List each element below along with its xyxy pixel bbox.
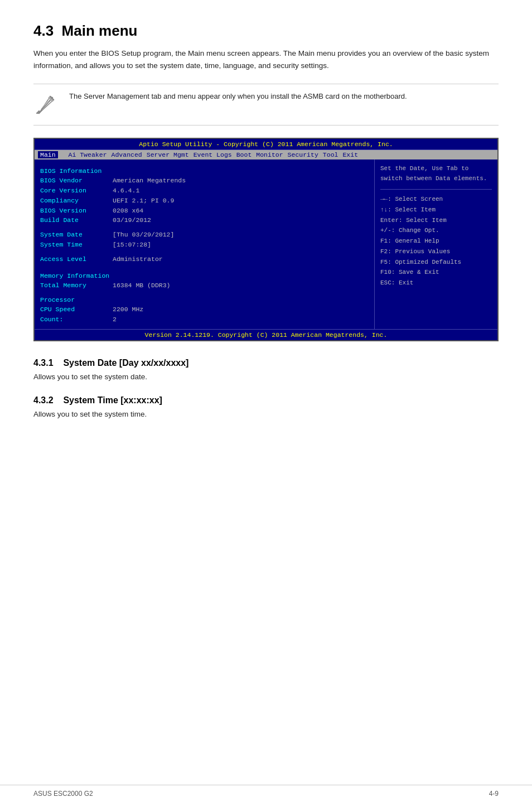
bios-label-cpuspeed: CPU Speed (40, 305, 113, 315)
bios-menu-monitor[interactable]: Monitor (254, 151, 285, 158)
subsection-431-title: 4.3.1 System Date [Day xx/xx/xxxx] (33, 358, 499, 368)
bios-help-text: Set the Date, Use Tab toswitch between D… (380, 164, 492, 183)
bios-info-header: BIOS Information (40, 167, 369, 175)
bios-value-builddate: 03/19/2012 (113, 215, 151, 225)
bios-value-cpuspeed: 2200 MHz (113, 305, 143, 315)
bios-value-sysdate: [Thu 03/29/2012] (113, 230, 174, 240)
footer-right: 4-9 (489, 790, 499, 798)
bios-row-totalmem: Total Memory 16384 MB (DDR3) (40, 281, 369, 291)
bios-titlebar: Aptio Setup Utility - Copyright (C) 2011… (35, 139, 497, 150)
bios-key-f2: F2: Previous Values (380, 247, 492, 257)
subsection-432-desc: Allows you to set the system time. (33, 410, 499, 418)
bios-menu-advanced[interactable]: Advanced (109, 151, 144, 158)
bios-menubar: Main Ai Tweaker Advanced Server Mgmt Eve… (35, 150, 497, 160)
bios-value-compliancy: UEFI 2.1; PI 0.9 (113, 196, 174, 206)
footer-left: ASUS ESC2000 G2 (33, 790, 93, 798)
bios-label-biosversion: BIOS Version (40, 206, 113, 216)
bios-row-coreversion: Core Version 4.6.4.1 (40, 186, 369, 196)
bios-menu-tool[interactable]: Tool (321, 151, 341, 158)
bios-label-processor: Processor (40, 295, 113, 305)
subsection-431-title-text: System Date [Day xx/xx/xxxx] (63, 358, 188, 368)
bios-menu-boot[interactable]: Boot (234, 151, 254, 158)
bios-key-f1: F1: General Help (380, 236, 492, 247)
bios-help-separator (380, 189, 492, 190)
section-title-text: Main menu (62, 22, 138, 39)
bios-row-systime: System Time [15:07:28] (40, 240, 369, 250)
bios-key-plusminus: +/-: Change Opt. (380, 225, 492, 236)
section-number: 4.3 (33, 22, 54, 39)
bios-row-vendor: BIOS Vendor American Megatrends (40, 176, 369, 186)
bios-label-vendor: BIOS Vendor (40, 176, 113, 186)
subsection-431-desc: Allows you to set the system date. (33, 373, 499, 381)
bios-label-totalmem: Total Memory (40, 281, 113, 291)
subsection-432-number: 4.3.2 (33, 395, 54, 405)
bios-value-access: Administrator (113, 254, 163, 264)
bios-row-count: Count: 2 (40, 315, 369, 325)
bios-key-f5: F5: Optimized Defaults (380, 257, 492, 268)
bios-row-sysdate: System Date [Thu 03/29/2012] (40, 230, 369, 240)
bios-value-count: 2 (113, 315, 117, 325)
bios-menu-server[interactable]: Server Mgmt (144, 151, 191, 158)
bios-mem-header: Memory Information (40, 272, 369, 279)
bios-footer: Version 2.14.1219. Copyright (C) 2011 Am… (35, 329, 497, 340)
bios-label-count: Count: (40, 315, 113, 325)
bios-value-systime: [15:07:28] (113, 240, 151, 250)
bios-menu-aitweaker[interactable]: Ai Tweaker (66, 151, 109, 158)
bios-body: BIOS Information BIOS Vendor American Me… (35, 160, 497, 329)
bios-help-keys: →←: Select Screen ↑↓: Select Item Enter:… (380, 194, 492, 288)
bios-row-compliancy: Compliancy UEFI 2.1; PI 0.9 (40, 196, 369, 206)
note-icon (33, 92, 60, 118)
bios-key-esc: ESC: Exit (380, 278, 492, 288)
bios-label-systime: System Time (40, 240, 113, 250)
bios-key-f10: F10: Save & Exit (380, 267, 492, 278)
bios-value-coreversion: 4.6.4.1 (113, 186, 139, 196)
note-box: The Server Management tab and menu appea… (33, 84, 499, 125)
bios-label-sysdate: System Date (40, 230, 113, 240)
bios-key-screen: →←: Select Screen (380, 194, 492, 205)
bios-right-panel: Set the Date, Use Tab toswitch between D… (375, 160, 497, 329)
bios-menu-security[interactable]: Security (286, 151, 321, 158)
subsection-432-title: 4.3.2 System Time [xx:xx:xx] (33, 395, 499, 405)
bios-label-compliancy: Compliancy (40, 196, 113, 206)
bios-left-panel: BIOS Information BIOS Vendor American Me… (35, 160, 375, 329)
bios-label-coreversion: Core Version (40, 186, 113, 196)
subsection-432-title-text: System Time [xx:xx:xx] (63, 395, 162, 405)
bios-row-builddate: Build Date 03/19/2012 (40, 215, 369, 225)
bios-value-vendor: American Megatrends (113, 176, 186, 186)
page-title: 4.3 Main menu (33, 22, 499, 40)
page-footer: ASUS ESC2000 G2 4-9 (0, 785, 532, 802)
note-text: The Server Management tab and menu appea… (69, 91, 407, 102)
bios-value-biosversion: 0208 x64 (113, 206, 143, 216)
intro-paragraph: When you enter the BIOS Setup program, t… (33, 47, 499, 71)
bios-row-access: Access Level Administrator (40, 254, 369, 264)
bios-key-item-nav: ↑↓: Select Item (380, 205, 492, 215)
bios-menu-exit[interactable]: Exit (340, 151, 360, 158)
subsection-431-number: 4.3.1 (33, 358, 54, 368)
bios-row-cpuspeed: CPU Speed 2200 MHz (40, 305, 369, 315)
bios-menu-spacer1 (58, 151, 66, 158)
page-content: 4.3 Main menu When you enter the BIOS Se… (0, 0, 532, 444)
bios-row-processor: Processor (40, 295, 369, 305)
bios-menu-main[interactable]: Main (38, 151, 58, 158)
bios-screen: Aptio Setup Utility - Copyright (C) 2011… (33, 138, 499, 341)
bios-label-access: Access Level (40, 254, 113, 264)
bios-row-biosversion: BIOS Version 0208 x64 (40, 206, 369, 216)
bios-key-enter: Enter: Select Item (380, 215, 492, 226)
bios-label-builddate: Build Date (40, 215, 113, 225)
bios-menu-eventlogs[interactable]: Event Logs (191, 151, 234, 158)
bios-value-totalmem: 16384 MB (DDR3) (113, 281, 171, 291)
